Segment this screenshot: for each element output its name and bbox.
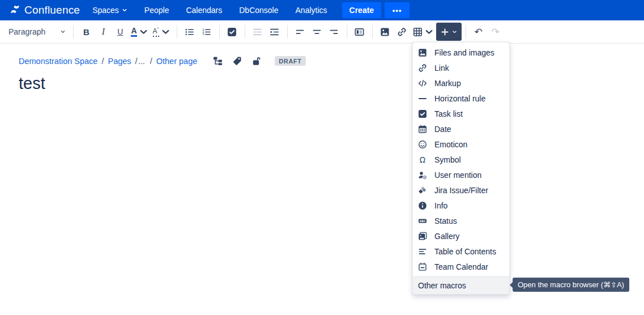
chevron-down-icon xyxy=(122,7,127,13)
text-color-icon: A xyxy=(131,27,137,37)
date-icon xyxy=(418,125,427,134)
nav-item-people[interactable]: People xyxy=(144,6,169,15)
insert-table-button[interactable] xyxy=(411,23,436,41)
breadcrumb-link-other-page[interactable]: Other page xyxy=(156,57,198,66)
image-icon xyxy=(380,27,390,37)
insert-menu-item-label: Files and images xyxy=(434,48,494,57)
create-button[interactable]: Create xyxy=(342,2,382,18)
insert-menu-item-horizontal-rule[interactable]: Horizontal rule xyxy=(413,91,509,106)
task-list-button[interactable] xyxy=(224,23,241,41)
draft-badge: DRAFT xyxy=(275,56,305,66)
numbered-list-button[interactable]: 123 xyxy=(198,23,215,41)
toolbar-separator xyxy=(466,25,466,39)
underline-icon: U xyxy=(117,27,123,36)
chevron-down-icon xyxy=(452,29,457,35)
link-icon xyxy=(418,63,427,73)
outdent-button xyxy=(249,23,266,41)
insert-menu-item-link[interactable]: Link xyxy=(413,60,509,75)
undo-icon: ↶ xyxy=(475,27,483,37)
text-color-button[interactable]: A xyxy=(129,23,150,41)
undo-button[interactable]: ↶ xyxy=(470,23,487,41)
plus-icon xyxy=(441,28,449,36)
insert-image-button[interactable] xyxy=(377,23,394,41)
insert-menu-item-gallery[interactable]: Gallery xyxy=(413,228,509,244)
insert-menu-item-label: Table of Contents xyxy=(434,247,496,256)
redo-button: ↷ xyxy=(487,23,504,41)
symbol-icon: Ω xyxy=(418,155,427,164)
insert-menu-item-team-calendar[interactable]: Team Calendar xyxy=(413,259,509,274)
italic-icon: I xyxy=(102,27,105,37)
insert-menu-item-table-of-contents[interactable]: Table of Contents xyxy=(413,244,509,259)
svg-text:3: 3 xyxy=(202,32,204,36)
align-right-icon xyxy=(329,27,339,37)
chevron-down-icon xyxy=(161,27,170,37)
block-style-select[interactable]: Paragraph xyxy=(7,27,69,36)
markup-icon xyxy=(418,79,427,88)
insert-menu-item-label: Horizontal rule xyxy=(434,94,485,103)
breadcrumb-separator: / xyxy=(135,57,138,66)
svg-text:ABC: ABC xyxy=(420,220,426,223)
page-tree-icon[interactable] xyxy=(213,56,223,66)
indent-button[interactable] xyxy=(266,23,283,41)
toolbar-separator xyxy=(372,25,373,39)
svg-text:@: @ xyxy=(423,174,427,180)
align-center-button[interactable] xyxy=(309,23,326,41)
breadcrumb-separator: / xyxy=(101,57,104,66)
editor-toolbar: Paragraph B I U A A° 123 xyxy=(0,20,644,44)
insert-menu-item-label: Date xyxy=(434,125,451,134)
image-icon xyxy=(418,48,427,57)
align-left-button[interactable] xyxy=(292,23,309,41)
insert-menu-item-jira-issue-filter[interactable]: Jira Issue/Filter xyxy=(413,182,509,198)
insert-menu-item-info[interactable]: Info xyxy=(413,198,509,213)
align-right-button[interactable] xyxy=(326,23,343,41)
breadcrumb-link-pages[interactable]: Pages xyxy=(108,57,131,66)
task-list-icon xyxy=(418,109,427,118)
confluence-logo[interactable]: Confluence xyxy=(10,4,80,16)
insert-menu-item-label: Link xyxy=(434,63,449,73)
insert-menu-item-markup[interactable]: Markup xyxy=(413,75,509,91)
insert-menu-item-label: Markup xyxy=(434,79,461,88)
breadcrumb-link-space[interactable]: Demonstration Space xyxy=(19,57,97,66)
underline-button[interactable]: U xyxy=(112,23,129,41)
insert-menu-item-label: Gallery xyxy=(434,232,459,241)
page-title[interactable]: test xyxy=(19,74,45,93)
insert-menu-item-task-list[interactable]: Task list xyxy=(413,106,509,121)
insert-menu-item-status[interactable]: ABCStatus xyxy=(413,213,509,228)
unlock-icon[interactable] xyxy=(251,56,261,66)
bold-icon: B xyxy=(83,27,89,37)
breadcrumb-ellipsis[interactable]: ... xyxy=(138,57,145,66)
insert-link-button[interactable] xyxy=(394,23,411,41)
insert-menu-item-label: User mention xyxy=(434,171,481,180)
nav-item-analytics[interactable]: Analytics xyxy=(296,6,327,15)
insert-plus-button[interactable] xyxy=(436,23,462,41)
nav-item-spaces[interactable]: Spaces xyxy=(92,6,127,15)
bullet-list-icon xyxy=(185,27,194,37)
more-formatting-button[interactable]: A° xyxy=(151,23,173,41)
chevron-down-icon xyxy=(139,27,148,37)
insert-menu-item-symbol[interactable]: ΩSymbol xyxy=(413,152,509,167)
info-icon xyxy=(418,201,427,210)
italic-button[interactable]: I xyxy=(95,23,112,41)
svg-text:Ω: Ω xyxy=(420,155,425,164)
task-list-icon xyxy=(227,27,237,37)
toc-icon xyxy=(418,247,427,256)
insert-menu-item-emoticon[interactable]: Emoticon xyxy=(413,137,509,152)
insert-menu: Files and imagesLinkMarkupHorizontal rul… xyxy=(412,42,510,295)
insert-menu-item-files-and-images[interactable]: Files and images xyxy=(413,45,509,60)
nav-item-calendars[interactable]: Calendars xyxy=(186,6,222,15)
bold-button[interactable]: B xyxy=(78,23,95,41)
nav-item-dbconsole[interactable]: DbConsole xyxy=(239,6,278,15)
nav-more-button[interactable]: ••• xyxy=(385,2,410,18)
page-layout-icon xyxy=(355,27,364,37)
bullet-list-button[interactable] xyxy=(181,23,198,41)
insert-menu-item-date[interactable]: Date xyxy=(413,121,509,137)
redo-icon: ↷ xyxy=(492,27,500,37)
page-layout-button[interactable] xyxy=(351,23,368,41)
insert-menu-list: Files and imagesLinkMarkupHorizontal rul… xyxy=(413,45,509,274)
table-icon xyxy=(413,27,423,37)
insert-menu-item-user-mention[interactable]: @User mention xyxy=(413,167,509,182)
jira-icon xyxy=(418,186,427,195)
insert-menu-item-other-macros[interactable]: Other macros xyxy=(413,276,509,294)
breadcrumb-separator: / xyxy=(150,57,152,66)
label-icon[interactable] xyxy=(232,56,242,66)
